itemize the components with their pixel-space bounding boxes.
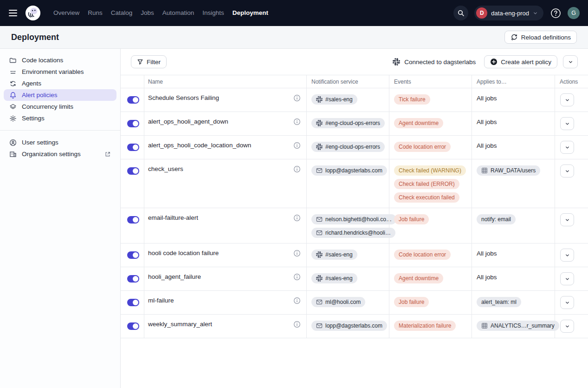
applies-to-cell: RAW_DATA/users	[472, 159, 555, 208]
nav-item-deployment[interactable]: Deployment	[228, 0, 272, 26]
sidebar-item-label: Organization settings	[22, 151, 81, 158]
info-icon[interactable]	[293, 118, 301, 125]
enabled-toggle[interactable]	[127, 251, 139, 259]
slack-icon	[316, 275, 323, 282]
sidebar-item-alert-policies[interactable]: Alert policies	[4, 89, 116, 101]
info-icon[interactable]	[293, 214, 301, 222]
filter-button[interactable]: Filter	[131, 55, 167, 68]
table-row: weekly_summary_alertlopp@dagsterlabs.com…	[121, 315, 588, 338]
dagster-logo-icon[interactable]	[25, 5, 41, 21]
filter-label: Filter	[147, 59, 161, 66]
notification-service-cell: #eng-cloud-ops-errors	[306, 112, 389, 135]
deployment-switcher[interactable]: D data-eng-prod	[474, 6, 543, 20]
reload-definitions-button[interactable]: Reload definitions	[504, 31, 577, 44]
row-actions-button[interactable]	[560, 213, 574, 226]
notification-chip: #eng-cloud-ops-errors	[311, 142, 385, 152]
user-circle-icon	[9, 139, 17, 146]
notification-chips: lopp@dagsterlabs.com	[311, 165, 384, 176]
table-row: check_userslopp@dagsterlabs.comCheck fai…	[121, 159, 588, 208]
applies-to-cell: All jobs	[472, 243, 555, 267]
row-actions-button[interactable]	[560, 249, 574, 262]
policy-name: hooli code location failure	[148, 250, 219, 256]
row-actions-button[interactable]	[560, 320, 574, 333]
toggle-cell	[121, 88, 144, 112]
sidebar-item-label: Code locations	[22, 57, 63, 64]
nav-item-jobs[interactable]: Jobs	[136, 0, 158, 26]
applies-to-cell: alert_team: ml	[472, 291, 555, 314]
info-icon[interactable]	[293, 250, 301, 257]
sidebar-item-settings[interactable]: Settings	[4, 112, 116, 124]
sidebar-item-agents[interactable]: Agents	[4, 78, 116, 89]
sidebar-item-organization-settings[interactable]: Organization settings	[4, 148, 116, 160]
slack-icon	[316, 251, 323, 258]
nav-item-catalog[interactable]: Catalog	[107, 0, 137, 26]
actions-cell	[555, 159, 588, 208]
enabled-toggle[interactable]	[127, 275, 139, 283]
event-badge: Job failure	[394, 297, 429, 307]
nav-item-insights[interactable]: Insights	[198, 0, 228, 26]
chevron-down-icon	[568, 59, 573, 65]
sidebar-item-user-settings[interactable]: User settings	[4, 137, 116, 148]
applies-to-cell: ANALYTICS…r_summary	[472, 315, 555, 338]
more-options-button[interactable]	[563, 55, 578, 68]
nav-item-overview[interactable]: Overview	[49, 0, 84, 26]
notification-service-cell: #sales-eng	[306, 88, 389, 112]
notification-chip-label: #sales-eng	[325, 251, 353, 258]
event-badges: Code location error	[394, 250, 467, 260]
enabled-toggle[interactable]	[127, 120, 139, 127]
toggle-cell	[121, 159, 144, 208]
table-row: hooli_agent_failure#sales-engAgent downt…	[121, 267, 588, 291]
external-link-icon	[104, 151, 111, 158]
toggle-cell	[121, 243, 144, 267]
nav-item-automation[interactable]: Automation	[158, 0, 198, 26]
enabled-toggle[interactable]	[127, 144, 139, 151]
search-button[interactable]	[453, 6, 468, 20]
top-nav: OverviewRunsCatalogJobsAutomationInsight…	[0, 0, 588, 26]
row-actions-button[interactable]	[560, 272, 574, 285]
create-alert-policy-button[interactable]: Create alert policy	[484, 55, 557, 68]
enabled-toggle[interactable]	[127, 322, 139, 330]
table-row: ml-failureml@hooli.comJob failurealert_t…	[121, 291, 588, 315]
info-icon[interactable]	[293, 297, 301, 304]
notification-chip-label: #sales-eng	[325, 96, 353, 103]
slack-icon	[316, 96, 323, 103]
sidebar-divider	[0, 130, 120, 131]
row-actions-button[interactable]	[560, 117, 574, 130]
row-actions-button[interactable]	[560, 296, 574, 309]
info-icon[interactable]	[293, 165, 301, 173]
events-cell: Job failure	[389, 208, 472, 243]
nav-item-runs[interactable]: Runs	[84, 0, 107, 26]
asset-table-icon	[481, 167, 488, 174]
enabled-toggle[interactable]	[127, 96, 139, 104]
hamburger-menu-icon[interactable]	[7, 7, 19, 19]
row-actions-button[interactable]	[560, 141, 574, 154]
help-button[interactable]	[549, 7, 562, 19]
enabled-toggle[interactable]	[127, 299, 139, 306]
table-header-row: NameNotification serviceEventsApplies to…	[121, 75, 588, 88]
notification-chip-label: #eng-cloud-ops-errors	[325, 144, 380, 150]
notification-service-cell: lopp@dagsterlabs.com	[306, 159, 389, 208]
applies-to-chip: notify: email	[477, 214, 516, 224]
folder-icon	[9, 57, 17, 64]
event-badge: Job failure	[394, 214, 429, 224]
sidebar-item-concurrency-limits[interactable]: Concurrency limits	[4, 101, 116, 112]
policy-name-cell: email-failture-alert	[144, 208, 306, 243]
env-vars-icon	[9, 68, 17, 76]
chevron-down-icon	[565, 324, 570, 329]
row-actions-button[interactable]	[560, 93, 574, 106]
notification-chips: #eng-cloud-ops-errors	[311, 118, 384, 128]
info-icon[interactable]	[293, 94, 301, 102]
sidebar-item-code-locations[interactable]: Code locations	[4, 54, 116, 66]
actions-cell	[555, 208, 588, 243]
sidebar-item-environment-variables[interactable]: Environment variables	[4, 66, 116, 78]
enabled-toggle[interactable]	[127, 167, 139, 175]
row-actions-button[interactable]	[560, 164, 574, 178]
policy-name: alert_ops_hooli_agent_down	[148, 118, 228, 125]
info-icon[interactable]	[293, 273, 301, 281]
info-icon[interactable]	[293, 321, 301, 328]
events-cell: Check failed (WARNING)Check failed (ERRO…	[389, 159, 472, 208]
enabled-toggle[interactable]	[127, 216, 139, 224]
toggle-cell	[121, 136, 144, 159]
user-avatar[interactable]: G	[568, 7, 580, 19]
info-icon[interactable]	[293, 142, 301, 149]
